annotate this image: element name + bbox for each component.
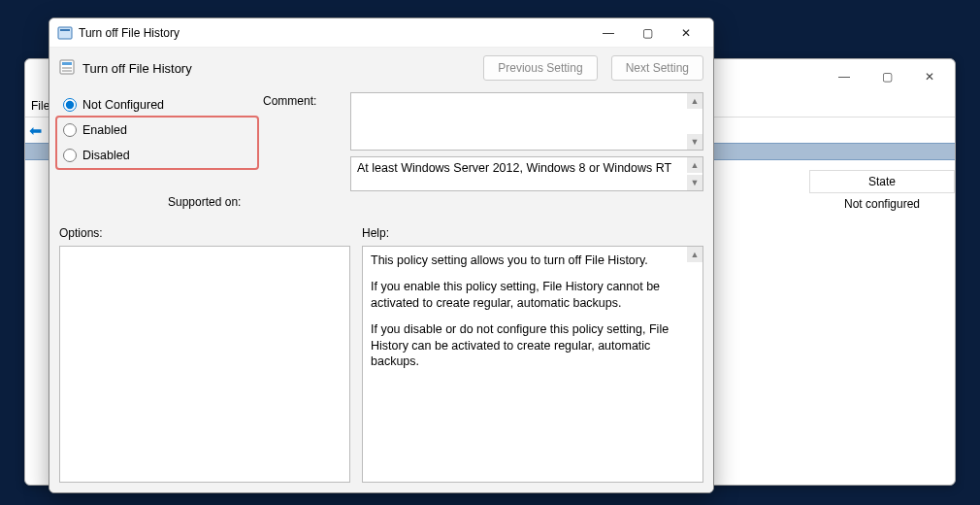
radio-disabled-label: Disabled (82, 149, 130, 162)
radio-enabled-input[interactable] (63, 123, 77, 137)
state-column-header[interactable]: State (809, 170, 955, 193)
parent-close-button[interactable]: ✕ (908, 62, 951, 91)
radio-enabled[interactable]: Enabled (61, 118, 263, 143)
dialog-close-button[interactable]: ✕ (667, 20, 705, 46)
policy-dialog: Turn off File History — ▢ ✕ Turn off Fil… (49, 17, 714, 493)
parent-minimize-button[interactable]: — (823, 62, 866, 91)
next-setting-button[interactable]: Next Setting (611, 55, 703, 81)
help-panel: Help: This policy setting allows you to … (362, 226, 703, 483)
policy-subicon (59, 59, 75, 78)
dialog-minimize-button[interactable]: — (589, 20, 628, 46)
back-arrow-icon[interactable]: ⬅ (29, 121, 42, 140)
dialog-maximize-button[interactable]: ▢ (628, 20, 667, 46)
previous-setting-button[interactable]: Previous Setting (483, 55, 597, 81)
state-radio-group: Not Configured Enabled Disabled Supporte… (59, 92, 263, 209)
scroll-down-icon[interactable]: ▼ (687, 134, 702, 150)
svg-rect-0 (58, 27, 72, 39)
radio-enabled-label: Enabled (82, 123, 127, 137)
options-panel: Options: (59, 226, 350, 483)
comment-textarea[interactable]: ▲ ▼ (350, 92, 703, 151)
dialog-body: Turn off File History Previous Setting N… (49, 48, 713, 492)
scroll-up-icon[interactable]: ▲ (687, 157, 702, 173)
svg-rect-1 (60, 29, 70, 31)
menu-file[interactable]: File (31, 99, 49, 113)
options-label: Options: (59, 226, 350, 240)
svg-rect-3 (62, 62, 72, 65)
help-box[interactable]: This policy setting allows you to turn o… (362, 246, 703, 483)
options-box[interactable] (59, 246, 350, 483)
dialog-subtitle: Turn off File History (82, 61, 470, 76)
radio-disabled[interactable]: Disabled (61, 143, 263, 168)
dialog-titlebar[interactable]: Turn off File History — ▢ ✕ (49, 18, 713, 48)
state-column: State Not configured (809, 170, 955, 215)
help-label: Help: (362, 226, 703, 240)
state-column-value: Not configured (809, 193, 955, 215)
policy-icon (57, 25, 73, 41)
parent-maximize-button[interactable]: ▢ (866, 62, 908, 91)
dialog-title: Turn off File History (79, 26, 589, 40)
scroll-up-icon[interactable]: ▲ (687, 247, 702, 262)
radio-disabled-input[interactable] (63, 149, 77, 162)
scroll-up-icon[interactable]: ▲ (687, 93, 702, 109)
help-p1: This policy setting allows you to turn o… (371, 252, 685, 269)
comment-label: Comment: (263, 94, 350, 174)
help-p3: If you disable or do not configure this … (371, 321, 685, 371)
supported-on-text: At least Windows Server 2012, Windows 8 … (357, 161, 671, 175)
supported-on-box: At least Windows Server 2012, Windows 8 … (350, 156, 703, 191)
radio-not-configured[interactable]: Not Configured (61, 92, 263, 118)
radio-not-configured-input[interactable] (63, 98, 77, 112)
help-p2: If you enable this policy setting, File … (371, 279, 685, 312)
radio-not-configured-label: Not Configured (82, 98, 164, 112)
supported-on-label: Supported on: (168, 195, 263, 209)
scroll-down-icon[interactable]: ▼ (687, 175, 702, 190)
